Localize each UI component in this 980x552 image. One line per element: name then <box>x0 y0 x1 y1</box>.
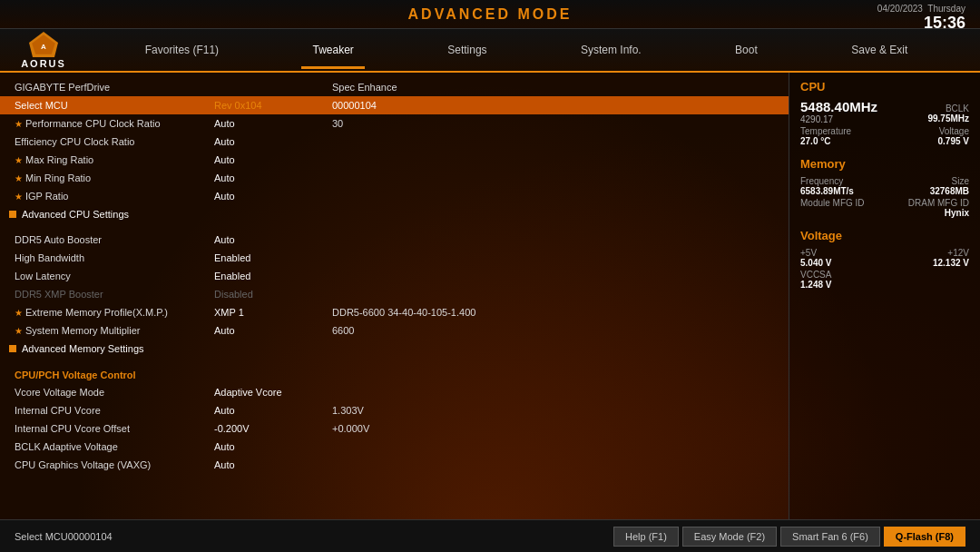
cpu-bclk: 99.75MHz <box>927 113 969 123</box>
row-adv-mem-settings[interactable]: Advanced Memory Settings <box>0 340 789 358</box>
row-min-ring[interactable]: ★Min Ring Ratio Auto <box>0 169 789 187</box>
logo: A AORUS <box>7 32 80 69</box>
nav-settings[interactable]: Settings <box>436 40 497 60</box>
row-cpu-graphics-voltage[interactable]: CPU Graphics Voltage (VAXG) Auto <box>0 456 789 474</box>
settings-table: GIGABYTE PerfDrive Spec Enhance Select M… <box>0 78 789 474</box>
divider-2 <box>0 358 789 365</box>
nav-tweaker[interactable]: Tweaker <box>301 40 364 60</box>
row-mem-multiplier[interactable]: ★System Memory Multiplier Auto 6600 <box>0 321 789 340</box>
section-voltage: CPU/PCH Voltage Control <box>0 365 789 383</box>
svg-text:A: A <box>41 43 46 51</box>
row-internal-vcore[interactable]: Internal CPU Vcore Auto 1.303V <box>0 401 789 419</box>
nav-boot[interactable]: Boot <box>724 40 769 60</box>
cpu-freq-sub: 4290.17 <box>800 114 877 124</box>
v5-value: 5.040 V <box>800 258 831 268</box>
row-vcore-mode[interactable]: Vcore Voltage Mode Adaptive Vcore <box>0 383 789 401</box>
cpu-frequency: 5488.40MHz <box>800 99 877 114</box>
row-low-latency[interactable]: Low Latency Enabled <box>0 267 789 285</box>
nav-sysinfo[interactable]: System Info. <box>570 40 652 60</box>
info-panel: CPU 5488.40MHz 4290.17 BCLK 99.75MHz Tem… <box>789 73 980 519</box>
row-ddr5-xmp-booster[interactable]: DDR5 XMP Booster Disabled <box>0 285 789 303</box>
mem-dram: Hynix <box>908 208 969 218</box>
nav-favorites[interactable]: Favorites (F11) <box>134 40 230 60</box>
row-vcore-offset[interactable]: Internal CPU Vcore Offset -0.200V +0.000… <box>0 419 789 438</box>
cpu-voltage: 0.795 V <box>938 136 969 146</box>
divider-1 <box>0 223 789 231</box>
mem-size: 32768MB <box>930 186 969 196</box>
status-text: Select MCU00000104 <box>15 531 613 542</box>
vccsa-label: VCCSA <box>800 270 969 280</box>
header: ADVANCED MODE 04/20/2023 Thursday 15:36 <box>0 0 980 29</box>
qflash-button[interactable]: Q-Flash (F8) <box>884 527 965 547</box>
cpu-info-section: CPU 5488.40MHz 4290.17 BCLK 99.75MHz Tem… <box>800 80 969 146</box>
row-high-bandwidth[interactable]: High Bandwidth Enabled <box>0 249 789 267</box>
cpu-temp: 27.0 °C <box>800 136 851 146</box>
row-ddr5-auto-booster[interactable]: DDR5 Auto Booster Auto <box>0 231 789 249</box>
row-bclk-voltage[interactable]: BCLK Adaptive Voltage Auto <box>0 438 789 456</box>
row-select-mcu[interactable]: Select MCU Rev 0x104 00000104 <box>0 96 789 114</box>
cpu-voltage-label: Voltage <box>938 126 969 136</box>
cpu-temp-label: Temperature <box>800 126 851 136</box>
v5-label: +5V <box>800 248 831 258</box>
voltage-info-section: Voltage +5V 5.040 V +12V 12.132 V VCCSA … <box>800 229 969 290</box>
row-max-ring[interactable]: ★Max Ring Ratio Auto <box>0 151 789 169</box>
cpu-bclk-label: BCLK <box>927 104 969 113</box>
voltage-section-title: Voltage <box>800 229 969 242</box>
row-igp-ratio[interactable]: ★IGP Ratio Auto <box>0 187 789 205</box>
mem-size-label: Size <box>930 176 969 186</box>
status-bar: Select MCU00000104 Help (F1) Easy Mode (… <box>0 519 980 552</box>
vccsa-value: 1.248 V <box>800 280 969 290</box>
mem-freq: 6583.89MT/s <box>800 186 854 196</box>
memory-section-title: Memory <box>800 157 969 171</box>
v12-label: +12V <box>933 248 969 258</box>
bottom-buttons: Help (F1) Easy Mode (F2) Smart Fan 6 (F6… <box>613 527 965 547</box>
nav-save-exit[interactable]: Save & Exit <box>840 40 918 60</box>
memory-info-section: Memory Frequency 6583.89MT/s Size 32768M… <box>800 157 969 218</box>
mem-dram-label: DRAM MFG ID <box>908 198 969 208</box>
cpu-section-title: CPU <box>800 80 969 94</box>
date-display: 04/20/2023 Thursday <box>877 4 965 14</box>
settings-panel: GIGABYTE PerfDrive Spec Enhance Select M… <box>0 73 789 519</box>
row-adv-cpu-settings[interactable]: Advanced CPU Settings <box>0 205 789 223</box>
logo-text: AORUS <box>21 58 66 69</box>
mem-freq-label: Frequency <box>800 176 854 186</box>
row-eff-cpu-ratio[interactable]: Efficiency CPU Clock Ratio Auto <box>0 133 789 151</box>
v12-value: 12.132 V <box>933 258 969 268</box>
row-perf-cpu-ratio[interactable]: ★Performance CPU Clock Ratio Auto 30 <box>0 114 789 133</box>
smart-fan-button[interactable]: Smart Fan 6 (F6) <box>780 527 880 547</box>
navigation-bar: A AORUS Favorites (F11) Tweaker Settings… <box>0 29 980 73</box>
help-button[interactable]: Help (F1) <box>613 527 679 547</box>
main-content: GIGABYTE PerfDrive Spec Enhance Select M… <box>0 73 980 519</box>
nav-items: Favorites (F11) Tweaker Settings System … <box>80 40 973 60</box>
row-perfrive[interactable]: GIGABYTE PerfDrive Spec Enhance <box>0 78 789 96</box>
mem-module-label: Module MFG ID <box>800 198 865 208</box>
row-xmp-profile[interactable]: ★Extreme Memory Profile(X.M.P.) XMP 1 DD… <box>0 303 789 321</box>
header-title: ADVANCED MODE <box>408 6 573 23</box>
easy-mode-button[interactable]: Easy Mode (F2) <box>682 527 777 547</box>
